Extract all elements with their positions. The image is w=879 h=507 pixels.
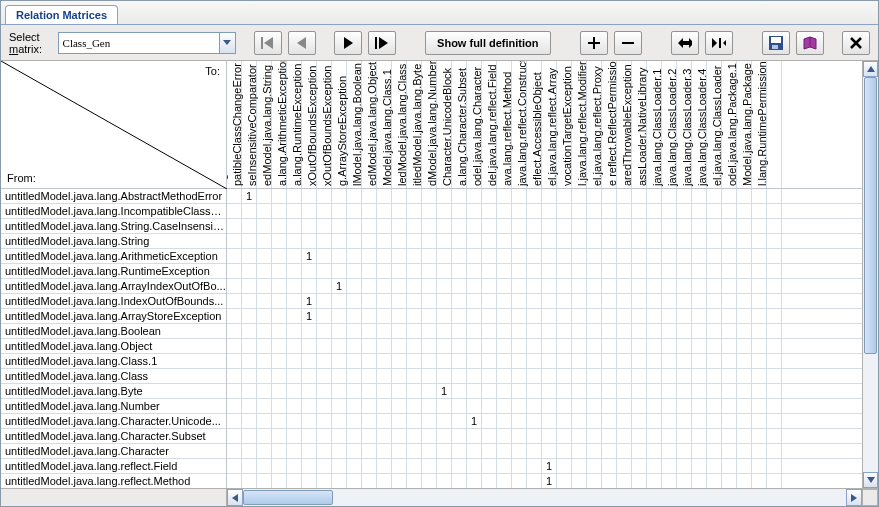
- grid-cell[interactable]: [677, 309, 692, 323]
- grid-cell[interactable]: [662, 234, 677, 248]
- matrix-combo[interactable]: [58, 32, 236, 54]
- grid-cell[interactable]: [707, 294, 722, 308]
- grid-cell[interactable]: [332, 429, 347, 443]
- grid-cell[interactable]: [527, 354, 542, 368]
- grid-cell[interactable]: [257, 234, 272, 248]
- matrix-grid[interactable]: 111111111: [227, 189, 862, 488]
- grid-cell[interactable]: [752, 279, 767, 293]
- grid-cell[interactable]: [332, 219, 347, 233]
- grid-cell[interactable]: [257, 279, 272, 293]
- grid-cell[interactable]: [527, 294, 542, 308]
- grid-cell[interactable]: [587, 354, 602, 368]
- grid-cell[interactable]: [677, 204, 692, 218]
- grid-cell[interactable]: [737, 354, 752, 368]
- grid-cell[interactable]: [272, 234, 287, 248]
- grid-cell[interactable]: [767, 444, 782, 458]
- grid-cell[interactable]: [662, 324, 677, 338]
- grid-cell[interactable]: [482, 219, 497, 233]
- grid-cell[interactable]: [467, 204, 482, 218]
- grid-cell[interactable]: [737, 324, 752, 338]
- grid-cell[interactable]: [392, 339, 407, 353]
- grid-cell[interactable]: [227, 249, 242, 263]
- grid-cell[interactable]: [227, 294, 242, 308]
- grid-cell[interactable]: [392, 294, 407, 308]
- grid-cell[interactable]: [467, 309, 482, 323]
- grid-cell[interactable]: [467, 264, 482, 278]
- grid-cell[interactable]: [407, 414, 422, 428]
- grid-cell[interactable]: [707, 384, 722, 398]
- grid-cell[interactable]: [752, 384, 767, 398]
- grid-cell[interactable]: [437, 354, 452, 368]
- grid-cell[interactable]: [257, 264, 272, 278]
- grid-cell[interactable]: [647, 459, 662, 473]
- grid-cell[interactable]: [302, 279, 317, 293]
- grid-cell[interactable]: [572, 279, 587, 293]
- grid-cell[interactable]: [422, 474, 437, 488]
- grid-cell[interactable]: [677, 354, 692, 368]
- grid-cell[interactable]: [347, 399, 362, 413]
- grid-cell[interactable]: [317, 474, 332, 488]
- grid-cell[interactable]: [737, 279, 752, 293]
- grid-cell[interactable]: [287, 414, 302, 428]
- grid-cell[interactable]: [512, 354, 527, 368]
- grid-cell[interactable]: [557, 354, 572, 368]
- grid-cell[interactable]: [632, 339, 647, 353]
- grid-cell[interactable]: [407, 354, 422, 368]
- grid-cell[interactable]: [632, 204, 647, 218]
- grid-cell[interactable]: [557, 324, 572, 338]
- grid-cell[interactable]: [347, 369, 362, 383]
- grid-cell[interactable]: [497, 294, 512, 308]
- grid-cell[interactable]: [752, 429, 767, 443]
- grid-cell[interactable]: [407, 279, 422, 293]
- grid-cell[interactable]: [392, 249, 407, 263]
- grid-cell[interactable]: [482, 234, 497, 248]
- grid-cell[interactable]: [647, 309, 662, 323]
- grid-cell[interactable]: [377, 399, 392, 413]
- grid-cell[interactable]: [347, 204, 362, 218]
- grid-cell[interactable]: [407, 429, 422, 443]
- grid-cell[interactable]: [407, 219, 422, 233]
- grid-cell[interactable]: [272, 294, 287, 308]
- grid-cell[interactable]: [587, 189, 602, 203]
- grid-cell[interactable]: [452, 399, 467, 413]
- grid-cell[interactable]: [752, 459, 767, 473]
- grid-cell[interactable]: [407, 234, 422, 248]
- grid-cell[interactable]: [467, 354, 482, 368]
- grid-cell[interactable]: [722, 459, 737, 473]
- grid-cell[interactable]: [242, 354, 257, 368]
- grid-cell[interactable]: [347, 414, 362, 428]
- grid-cell[interactable]: [497, 444, 512, 458]
- grid-cell[interactable]: [347, 474, 362, 488]
- grid-cell[interactable]: [497, 474, 512, 488]
- grid-cell[interactable]: [347, 279, 362, 293]
- grid-cell[interactable]: [452, 339, 467, 353]
- grid-cell[interactable]: [542, 264, 557, 278]
- grid-cell[interactable]: [647, 234, 662, 248]
- grid-cell[interactable]: [707, 219, 722, 233]
- grid-cell[interactable]: [347, 429, 362, 443]
- grid-cell[interactable]: [332, 204, 347, 218]
- grid-cell[interactable]: [287, 324, 302, 338]
- grid-cell[interactable]: [452, 474, 467, 488]
- grid-cell[interactable]: [407, 309, 422, 323]
- grid-cell[interactable]: [692, 474, 707, 488]
- grid-cell[interactable]: [272, 444, 287, 458]
- grid-cell[interactable]: [302, 219, 317, 233]
- tab-relation-matrices[interactable]: Relation Matrices: [5, 5, 118, 24]
- grid-cell[interactable]: [362, 444, 377, 458]
- grid-cell[interactable]: [302, 429, 317, 443]
- grid-cell[interactable]: [722, 204, 737, 218]
- grid-cell[interactable]: [542, 309, 557, 323]
- save-button[interactable]: [762, 31, 790, 55]
- grid-cell[interactable]: [617, 459, 632, 473]
- grid-cell[interactable]: [692, 309, 707, 323]
- grid-cell[interactable]: [392, 474, 407, 488]
- grid-cell[interactable]: [332, 264, 347, 278]
- grid-cell[interactable]: [332, 339, 347, 353]
- grid-cell[interactable]: [647, 384, 662, 398]
- grid-cell[interactable]: [587, 399, 602, 413]
- help-button[interactable]: [796, 31, 824, 55]
- grid-cell[interactable]: [512, 309, 527, 323]
- row-header[interactable]: untitledModel.java.lang.AbstractMethodEr…: [1, 189, 226, 204]
- grid-cell[interactable]: [482, 369, 497, 383]
